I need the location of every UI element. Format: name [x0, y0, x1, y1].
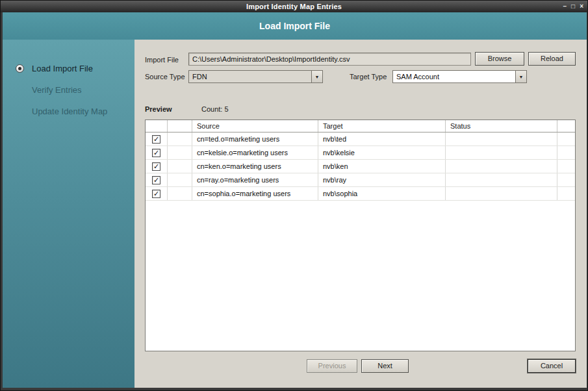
source-cell: cn=sophia.o=marketing users	[192, 187, 318, 200]
status-cell	[446, 132, 557, 145]
target-cell: nvb\sophia	[318, 187, 446, 200]
source-cell: cn=ted.o=marketing users	[192, 132, 318, 145]
checkbox-cell: ✓	[146, 160, 168, 173]
wizard-step-load-import-file[interactable]: Load Import File	[3, 58, 134, 79]
column-header-source[interactable]: Source	[192, 120, 318, 132]
preview-count: Count: 5	[201, 105, 229, 113]
status-cell	[446, 160, 557, 173]
preview-label: Preview	[145, 105, 172, 113]
checkbox-cell: ✓	[146, 187, 168, 200]
source-type-select[interactable]: FDN ▼	[188, 70, 323, 83]
row-checkbox[interactable]: ✓	[152, 162, 160, 171]
wizard-step-update-identity-map[interactable]: Update Identity Map	[3, 101, 134, 122]
previous-button[interactable]: Previous	[307, 359, 357, 373]
dialog-content: Load Import File Load Import FileVerify …	[3, 12, 587, 388]
column-header-blank[interactable]	[168, 120, 192, 132]
source-cell: cn=ken.o=marketing users	[192, 160, 318, 173]
status-cell	[446, 187, 557, 200]
page-header: Load Import File	[3, 12, 587, 40]
dialog-window: Import Identity Map Entries – □ × Load I…	[0, 0, 588, 391]
maximize-button[interactable]: □	[571, 1, 575, 12]
target-cell: nvb\ted	[318, 132, 446, 145]
window-controls: – □ ×	[563, 1, 583, 12]
title-bar[interactable]: Import Identity Map Entries – □ ×	[1, 1, 587, 12]
radio-selected-icon	[16, 64, 24, 73]
main-panel: Import File Browse Reload Source Type FD…	[134, 40, 587, 388]
table-row[interactable]: ✓cn=ted.o=marketing usersnvb\ted	[146, 132, 575, 146]
preview-table-header: SourceTargetStatus	[146, 120, 575, 132]
end-cell	[557, 187, 575, 200]
table-row[interactable]: ✓cn=kelsie.o=marketing usersnvb\kelsie	[146, 146, 575, 160]
wizard-step-verify-entries[interactable]: Verify Entries	[3, 79, 134, 101]
column-header-blank[interactable]	[146, 120, 168, 132]
column-header-blank[interactable]	[557, 120, 575, 132]
status-cell	[446, 173, 557, 186]
target-cell: nvb\ken	[318, 160, 446, 173]
row-checkbox[interactable]: ✓	[152, 149, 160, 157]
target-type-value: SAM Account	[393, 71, 515, 82]
wizard-step-label: Verify Entries	[32, 85, 82, 95]
next-button[interactable]: Next	[361, 359, 409, 373]
source-cell: cn=kelsie.o=marketing users	[192, 146, 318, 159]
target-type-select[interactable]: SAM Account ▼	[392, 70, 527, 83]
window-title: Import Identity Map Entries	[246, 3, 342, 10]
chevron-down-icon[interactable]: ▼	[311, 71, 322, 82]
wizard-sidebar: Load Import FileVerify EntriesUpdate Ide…	[3, 40, 134, 388]
status-cell	[446, 146, 557, 159]
checkbox-cell: ✓	[146, 146, 168, 159]
column-header-target[interactable]: Target	[318, 120, 446, 132]
checkbox-cell: ✓	[146, 173, 168, 186]
chevron-down-icon[interactable]: ▼	[515, 71, 526, 82]
wizard-steps: Load Import FileVerify EntriesUpdate Ide…	[3, 58, 134, 122]
close-button[interactable]: ×	[580, 1, 583, 12]
checkbox-cell: ✓	[146, 132, 168, 145]
spacer-cell	[168, 160, 192, 173]
source-type-value: FDN	[189, 71, 311, 82]
minimize-button[interactable]: –	[563, 1, 567, 12]
cancel-button[interactable]: Cancel	[528, 359, 576, 373]
table-row[interactable]: ✓cn=sophia.o=marketing usersnvb\sophia	[146, 187, 575, 201]
import-file-input[interactable]	[188, 53, 471, 66]
target-cell: nvb\kelsie	[318, 146, 446, 159]
spacer-cell	[168, 173, 192, 186]
end-cell	[557, 160, 575, 173]
reload-button[interactable]: Reload	[528, 52, 576, 66]
import-file-label: Import File	[145, 56, 179, 64]
preview-table-body: ✓cn=ted.o=marketing usersnvb\ted✓cn=kels…	[146, 132, 575, 201]
preview-table: SourceTargetStatus ✓cn=ted.o=marketing u…	[145, 120, 576, 351]
wizard-step-label: Load Import File	[32, 64, 93, 73]
table-row[interactable]: ✓cn=ken.o=marketing usersnvb\ken	[146, 160, 575, 173]
spacer-cell	[168, 187, 192, 200]
column-header-status[interactable]: Status	[446, 120, 557, 132]
table-row[interactable]: ✓cn=ray.o=marketing usersnvb\ray	[146, 173, 575, 187]
spacer-cell	[168, 132, 192, 145]
row-checkbox[interactable]: ✓	[152, 135, 160, 144]
end-cell	[557, 132, 575, 145]
browse-button[interactable]: Browse	[475, 52, 524, 66]
spacer-cell	[168, 146, 192, 159]
source-type-label: Source Type	[145, 73, 185, 81]
wizard-step-label: Update Identity Map	[32, 107, 107, 116]
end-cell	[557, 146, 575, 159]
end-cell	[557, 173, 575, 186]
source-cell: cn=ray.o=marketing users	[192, 173, 318, 186]
page-title: Load Import File	[259, 21, 330, 31]
target-cell: nvb\ray	[318, 173, 446, 186]
target-type-label: Target Type	[350, 73, 387, 81]
row-checkbox[interactable]: ✓	[152, 190, 160, 198]
row-checkbox[interactable]: ✓	[152, 176, 160, 184]
